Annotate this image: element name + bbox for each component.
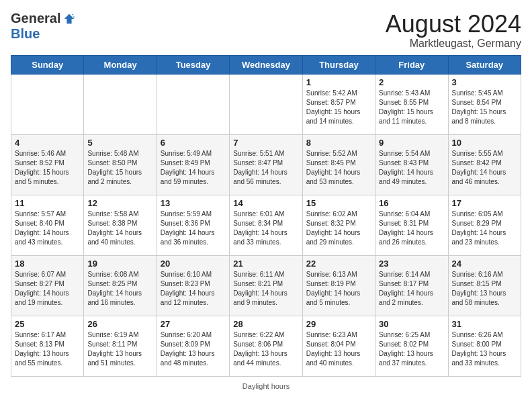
header-day-wednesday: Wednesday: [230, 55, 302, 74]
calendar-cell: 26Sunrise: 6:19 AMSunset: 8:11 PMDayligh…: [84, 316, 157, 376]
day-number: 13: [161, 198, 226, 208]
day-info: Sunrise: 6:22 AMSunset: 8:06 PMDaylight:…: [233, 330, 298, 368]
day-info: Sunrise: 6:05 AMSunset: 8:29 PMDaylight:…: [452, 210, 517, 247]
calendar-cell: 15Sunrise: 6:02 AMSunset: 8:32 PMDayligh…: [302, 195, 375, 255]
day-number: 24: [452, 259, 517, 269]
day-number: 22: [306, 259, 371, 269]
calendar-week-4: 18Sunrise: 6:07 AMSunset: 8:27 PMDayligh…: [11, 255, 521, 316]
calendar-cell: 3Sunrise: 5:45 AMSunset: 8:54 PMDaylight…: [448, 74, 521, 134]
calendar-cell: 16Sunrise: 6:04 AMSunset: 8:31 PMDayligh…: [375, 195, 448, 255]
header-day-monday: Monday: [84, 55, 157, 74]
day-info: Sunrise: 6:01 AMSunset: 8:34 PMDaylight:…: [233, 210, 298, 247]
calendar-cell: 14Sunrise: 6:01 AMSunset: 8:34 PMDayligh…: [230, 195, 302, 255]
header-day-thursday: Thursday: [302, 55, 375, 74]
day-number: 30: [379, 319, 444, 329]
logo-icon: [63, 13, 75, 25]
day-info: Sunrise: 5:59 AMSunset: 8:36 PMDaylight:…: [161, 210, 226, 247]
day-number: 25: [15, 319, 80, 329]
day-info: Sunrise: 6:23 AMSunset: 8:04 PMDaylight:…: [306, 330, 371, 368]
calendar-cell: 20Sunrise: 6:10 AMSunset: 8:23 PMDayligh…: [157, 255, 229, 316]
calendar-cell: 10Sunrise: 5:55 AMSunset: 8:42 PMDayligh…: [448, 134, 521, 195]
day-number: 1: [306, 77, 371, 87]
day-info: Sunrise: 6:04 AMSunset: 8:31 PMDaylight:…: [379, 210, 444, 247]
day-info: Sunrise: 5:48 AMSunset: 8:50 PMDaylight:…: [87, 149, 152, 187]
calendar-body: 1Sunrise: 5:42 AMSunset: 8:57 PMDaylight…: [11, 74, 521, 376]
page-header: General Blue August 2024 Marktleugast, G…: [11, 11, 521, 50]
calendar-table: SundayMondayTuesdayWednesdayThursdayFrid…: [11, 55, 521, 377]
calendar-cell: 7Sunrise: 5:51 AMSunset: 8:47 PMDaylight…: [230, 134, 302, 195]
calendar-cell: 2Sunrise: 5:43 AMSunset: 8:55 PMDaylight…: [375, 74, 448, 134]
calendar-cell: 12Sunrise: 5:58 AMSunset: 8:38 PMDayligh…: [84, 195, 157, 255]
footer-text: Daylight hours: [242, 382, 290, 390]
day-number: 3: [452, 77, 517, 87]
calendar-cell: [11, 74, 84, 134]
day-info: Sunrise: 5:54 AMSunset: 8:43 PMDaylight:…: [379, 149, 444, 187]
day-info: Sunrise: 6:25 AMSunset: 8:02 PMDaylight:…: [379, 330, 444, 368]
calendar-cell: 25Sunrise: 6:17 AMSunset: 8:13 PMDayligh…: [11, 316, 84, 376]
calendar-cell: 6Sunrise: 5:49 AMSunset: 8:49 PMDaylight…: [157, 134, 229, 195]
day-number: 23: [379, 259, 444, 269]
month-year-title: August 2024: [386, 11, 521, 38]
day-number: 19: [87, 259, 152, 269]
calendar-cell: 13Sunrise: 5:59 AMSunset: 8:36 PMDayligh…: [157, 195, 229, 255]
calendar-cell: 9Sunrise: 5:54 AMSunset: 8:43 PMDaylight…: [375, 134, 448, 195]
calendar-cell: [230, 74, 302, 134]
svg-marker-0: [64, 13, 74, 23]
calendar-cell: 11Sunrise: 5:57 AMSunset: 8:40 PMDayligh…: [11, 195, 84, 255]
calendar-cell: 21Sunrise: 6:11 AMSunset: 8:21 PMDayligh…: [230, 255, 302, 316]
day-number: 28: [233, 319, 298, 329]
day-number: 5: [87, 138, 152, 148]
day-info: Sunrise: 5:52 AMSunset: 8:45 PMDaylight:…: [306, 149, 371, 187]
calendar-header: SundayMondayTuesdayWednesdayThursdayFrid…: [11, 55, 521, 74]
day-number: 10: [452, 138, 517, 148]
day-info: Sunrise: 5:51 AMSunset: 8:47 PMDaylight:…: [233, 149, 298, 187]
day-info: Sunrise: 6:20 AMSunset: 8:09 PMDaylight:…: [161, 330, 226, 368]
day-info: Sunrise: 6:17 AMSunset: 8:13 PMDaylight:…: [15, 330, 80, 368]
day-info: Sunrise: 6:16 AMSunset: 8:15 PMDaylight:…: [452, 270, 517, 308]
calendar-week-5: 25Sunrise: 6:17 AMSunset: 8:13 PMDayligh…: [11, 316, 521, 376]
day-info: Sunrise: 5:45 AMSunset: 8:54 PMDaylight:…: [452, 89, 517, 126]
day-number: 11: [15, 198, 80, 208]
day-info: Sunrise: 5:46 AMSunset: 8:52 PMDaylight:…: [15, 149, 80, 187]
calendar-cell: 24Sunrise: 6:16 AMSunset: 8:15 PMDayligh…: [448, 255, 521, 316]
calendar-cell: 27Sunrise: 6:20 AMSunset: 8:09 PMDayligh…: [157, 316, 229, 376]
day-number: 6: [161, 138, 226, 148]
calendar-cell: [157, 74, 229, 134]
day-number: 21: [233, 259, 298, 269]
calendar-cell: 31Sunrise: 6:26 AMSunset: 8:00 PMDayligh…: [448, 316, 521, 376]
calendar-cell: 23Sunrise: 6:14 AMSunset: 8:17 PMDayligh…: [375, 255, 448, 316]
calendar-cell: 17Sunrise: 6:05 AMSunset: 8:29 PMDayligh…: [448, 195, 521, 255]
day-info: Sunrise: 5:57 AMSunset: 8:40 PMDaylight:…: [15, 210, 80, 247]
day-number: 18: [15, 259, 80, 269]
day-number: 15: [306, 198, 371, 208]
calendar-cell: 18Sunrise: 6:07 AMSunset: 8:27 PMDayligh…: [11, 255, 84, 316]
day-info: Sunrise: 6:02 AMSunset: 8:32 PMDaylight:…: [306, 210, 371, 247]
day-number: 17: [452, 198, 517, 208]
calendar-cell: 30Sunrise: 6:25 AMSunset: 8:02 PMDayligh…: [375, 316, 448, 376]
day-info: Sunrise: 5:43 AMSunset: 8:55 PMDaylight:…: [379, 89, 444, 126]
logo: General Blue: [11, 11, 75, 42]
day-number: 26: [87, 319, 152, 329]
logo-general-text: General: [11, 11, 60, 26]
day-info: Sunrise: 5:42 AMSunset: 8:57 PMDaylight:…: [306, 89, 371, 126]
day-number: 4: [15, 138, 80, 148]
logo-blue-text: Blue: [11, 26, 40, 42]
footer: Daylight hours: [11, 382, 521, 390]
calendar-week-1: 1Sunrise: 5:42 AMSunset: 8:57 PMDaylight…: [11, 74, 521, 134]
day-info: Sunrise: 5:58 AMSunset: 8:38 PMDaylight:…: [87, 210, 152, 247]
day-number: 2: [379, 77, 444, 87]
day-info: Sunrise: 6:11 AMSunset: 8:21 PMDaylight:…: [233, 270, 298, 308]
day-info: Sunrise: 6:07 AMSunset: 8:27 PMDaylight:…: [15, 270, 80, 308]
day-info: Sunrise: 6:19 AMSunset: 8:11 PMDaylight:…: [87, 330, 152, 368]
day-number: 16: [379, 198, 444, 208]
calendar-cell: 19Sunrise: 6:08 AMSunset: 8:25 PMDayligh…: [84, 255, 157, 316]
day-info: Sunrise: 5:55 AMSunset: 8:42 PMDaylight:…: [452, 149, 517, 187]
calendar-cell: 29Sunrise: 6:23 AMSunset: 8:04 PMDayligh…: [302, 316, 375, 376]
calendar-week-2: 4Sunrise: 5:46 AMSunset: 8:52 PMDaylight…: [11, 134, 521, 195]
header-day-sunday: Sunday: [11, 55, 84, 74]
day-info: Sunrise: 6:10 AMSunset: 8:23 PMDaylight:…: [161, 270, 226, 308]
header-row: SundayMondayTuesdayWednesdayThursdayFrid…: [11, 55, 521, 74]
day-number: 29: [306, 319, 371, 329]
header-day-saturday: Saturday: [448, 55, 521, 74]
day-number: 8: [306, 138, 371, 148]
